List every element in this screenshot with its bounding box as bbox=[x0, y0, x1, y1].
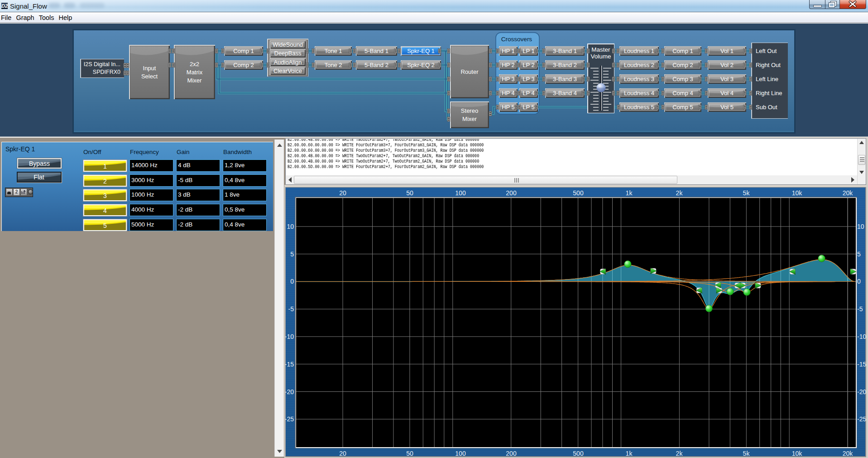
svg-text:Right Out: Right Out bbox=[756, 62, 781, 68]
svg-text:-25: -25 bbox=[285, 415, 294, 423]
svg-text:10: 10 bbox=[857, 223, 864, 230]
svg-text:500: 500 bbox=[573, 450, 584, 457]
svg-text:Loudness 5: Loudness 5 bbox=[624, 104, 654, 111]
svg-text:Tone 2: Tone 2 bbox=[324, 62, 342, 68]
svg-text:5: 5 bbox=[290, 251, 294, 258]
svg-text:2: 2 bbox=[103, 178, 107, 185]
svg-text:5-Band 1: 5-Band 1 bbox=[364, 48, 388, 54]
svg-text:0: 0 bbox=[290, 278, 294, 285]
svg-text:Master: Master bbox=[591, 46, 610, 53]
svg-text:-15: -15 bbox=[857, 361, 866, 368]
svg-text:2x2: 2x2 bbox=[190, 61, 199, 67]
svg-text:100: 100 bbox=[455, 450, 466, 457]
svg-text:10k: 10k bbox=[792, 189, 803, 197]
svg-text:Bypass: Bypass bbox=[29, 160, 50, 167]
svg-text:HP 5: HP 5 bbox=[502, 104, 515, 111]
svg-text:Vol 2: Vol 2 bbox=[720, 62, 734, 68]
svg-text:Comp 1: Comp 1 bbox=[672, 48, 693, 54]
svg-text:LP 4: LP 4 bbox=[523, 90, 535, 96]
svg-text:1: 1 bbox=[103, 163, 107, 170]
svg-text:3-Band 3: 3-Band 3 bbox=[553, 76, 577, 82]
svg-text:Spkr-EQ 2: Spkr-EQ 2 bbox=[407, 62, 435, 68]
svg-text:Comp 5: Comp 5 bbox=[672, 104, 693, 111]
svg-text:Select: Select bbox=[141, 73, 158, 80]
svg-text:Loudness 2: Loudness 2 bbox=[624, 62, 654, 68]
svg-text:5: 5 bbox=[103, 222, 107, 229]
svg-text:20: 20 bbox=[339, 189, 346, 197]
svg-text:HP 3: HP 3 bbox=[502, 76, 515, 82]
svg-text:Loudness 4: Loudness 4 bbox=[624, 90, 654, 96]
svg-text:Sub Out: Sub Out bbox=[756, 104, 777, 111]
svg-text:I2S Digital In...: I2S Digital In... bbox=[84, 61, 120, 67]
svg-text:5-Band 2: 5-Band 2 bbox=[364, 62, 388, 68]
svg-text:Vol 4: Vol 4 bbox=[720, 90, 734, 96]
svg-text:Crossovers: Crossovers bbox=[501, 36, 532, 43]
svg-text:Left Out: Left Out bbox=[756, 48, 777, 54]
svg-text:Volume: Volume bbox=[590, 53, 611, 60]
svg-text:50: 50 bbox=[406, 450, 413, 457]
svg-text:Comp 2: Comp 2 bbox=[233, 62, 254, 68]
svg-text:Mixer: Mixer bbox=[462, 116, 477, 122]
svg-text:Flat: Flat bbox=[34, 174, 44, 181]
svg-text:-10: -10 bbox=[857, 333, 866, 340]
svg-text:Mixer: Mixer bbox=[187, 77, 202, 84]
svg-text:Input: Input bbox=[143, 65, 156, 72]
svg-text:20k: 20k bbox=[843, 450, 854, 457]
svg-text:Comp 3: Comp 3 bbox=[672, 76, 693, 82]
svg-text:Left Line: Left Line bbox=[756, 76, 778, 82]
svg-text:Spkr-EQ 1: Spkr-EQ 1 bbox=[407, 48, 435, 54]
svg-text:LP 5: LP 5 bbox=[523, 104, 535, 111]
svg-text:-10: -10 bbox=[285, 333, 294, 340]
svg-text:Loudness 3: Loudness 3 bbox=[624, 76, 654, 82]
svg-text:WideSound: WideSound bbox=[273, 41, 303, 48]
svg-text:20k: 20k bbox=[843, 189, 854, 197]
svg-text:Vol 5: Vol 5 bbox=[720, 104, 734, 111]
svg-text:-25: -25 bbox=[857, 415, 866, 423]
svg-text:Matrix: Matrix bbox=[187, 69, 203, 76]
svg-text:Loudness 1: Loudness 1 bbox=[624, 48, 654, 54]
svg-text:1k: 1k bbox=[626, 189, 633, 197]
svg-text:5: 5 bbox=[857, 251, 861, 258]
svg-text:Stereo: Stereo bbox=[461, 107, 478, 114]
svg-text:DeepBass: DeepBass bbox=[274, 50, 302, 57]
svg-text:HP 4: HP 4 bbox=[502, 90, 515, 96]
svg-text:2k: 2k bbox=[676, 189, 683, 197]
svg-text:Tone 1: Tone 1 bbox=[324, 48, 342, 54]
svg-text:Comp 1: Comp 1 bbox=[233, 48, 254, 54]
svg-text:3: 3 bbox=[103, 192, 107, 199]
svg-text:-5: -5 bbox=[857, 305, 863, 313]
svg-text:LP 2: LP 2 bbox=[523, 62, 535, 68]
svg-text:3-Band 2: 3-Band 2 bbox=[553, 62, 577, 68]
svg-text:5k: 5k bbox=[743, 450, 750, 457]
svg-text:Vol 3: Vol 3 bbox=[720, 76, 734, 82]
svg-text:500: 500 bbox=[573, 189, 584, 197]
svg-text:200: 200 bbox=[506, 189, 517, 197]
svg-text:Vol 1: Vol 1 bbox=[720, 48, 734, 54]
svg-text:10k: 10k bbox=[792, 450, 803, 457]
svg-text:50: 50 bbox=[406, 189, 413, 197]
svg-text:ClearVoice: ClearVoice bbox=[273, 67, 302, 74]
svg-text:4: 4 bbox=[103, 207, 107, 214]
svg-text:Right Line: Right Line bbox=[756, 90, 782, 96]
svg-text:100: 100 bbox=[455, 189, 466, 197]
svg-text:5k: 5k bbox=[743, 189, 750, 197]
svg-text:Router: Router bbox=[460, 68, 479, 75]
svg-text:-20: -20 bbox=[857, 388, 866, 395]
svg-text:10: 10 bbox=[287, 223, 294, 230]
svg-text:SPDIFRX0: SPDIFRX0 bbox=[93, 69, 120, 75]
svg-text:200: 200 bbox=[506, 450, 517, 457]
svg-text:-15: -15 bbox=[285, 361, 294, 368]
svg-text:3-Band 1: 3-Band 1 bbox=[553, 48, 577, 54]
svg-text:0: 0 bbox=[857, 278, 861, 285]
svg-text:Comp 4: Comp 4 bbox=[672, 90, 693, 96]
svg-text:AudioAlign: AudioAlign bbox=[273, 59, 302, 66]
svg-text:1k: 1k bbox=[626, 450, 633, 457]
svg-text:Comp 2: Comp 2 bbox=[672, 62, 693, 68]
svg-text:LP 3: LP 3 bbox=[523, 76, 535, 82]
svg-text:2k: 2k bbox=[676, 450, 683, 457]
svg-text:-20: -20 bbox=[285, 388, 294, 395]
svg-text:LP 1: LP 1 bbox=[523, 48, 535, 54]
svg-text:20: 20 bbox=[339, 450, 346, 457]
svg-text:HP 1: HP 1 bbox=[502, 48, 515, 54]
svg-text:HP 2: HP 2 bbox=[502, 62, 515, 68]
